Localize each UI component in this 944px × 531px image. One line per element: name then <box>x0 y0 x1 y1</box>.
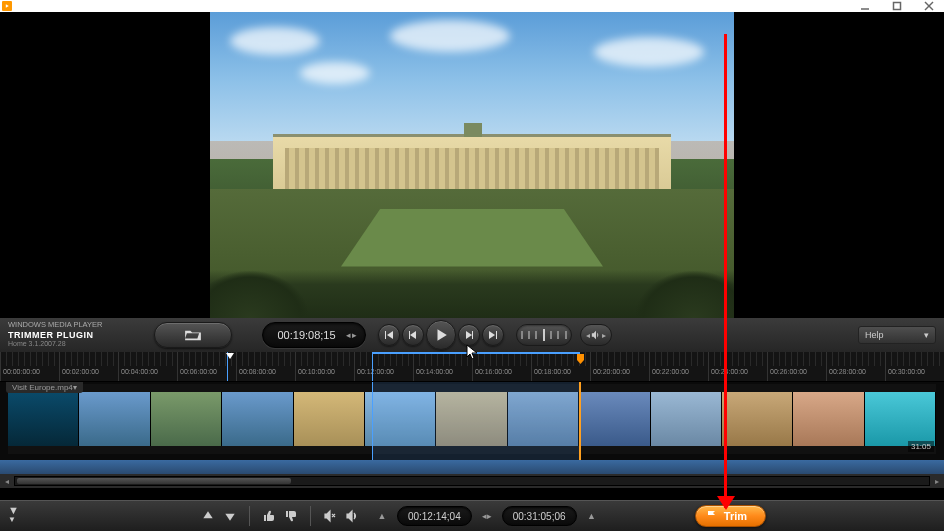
window-close-button[interactable] <box>922 1 936 11</box>
scrollbar-thumb[interactable] <box>17 478 291 484</box>
thumbnail <box>8 392 79 446</box>
svg-rect-1 <box>894 3 901 10</box>
ruler-tick: 00:12:00:00 <box>354 352 413 381</box>
out-point-line[interactable] <box>580 382 581 460</box>
marker-up-button[interactable] <box>199 507 217 525</box>
player-control-bar: WINDOWS MEDIA PLAYER TRIMMER PLUGIN Home… <box>0 318 944 352</box>
in-point-timecode[interactable]: 00:12:14;04 <box>397 506 472 526</box>
selection-range-indicator <box>372 352 580 354</box>
flag-icon <box>706 510 718 522</box>
video-preview-area <box>0 12 944 318</box>
in-point-marker[interactable] <box>372 352 373 381</box>
clip-filename-tab[interactable]: Visit Europe.mp4▾ <box>6 382 83 393</box>
thumbnail <box>151 392 222 446</box>
ruler-tick: 00:02:00:00 <box>59 352 118 381</box>
expand-panel-toggle[interactable]: ▼▼ <box>8 504 19 528</box>
mute-toggle-button[interactable] <box>321 507 339 525</box>
app-icon <box>2 1 12 11</box>
timecode-display[interactable]: 00:19:08;15 ◂ ▸ <box>262 322 365 348</box>
set-out-point-button[interactable]: ▲ <box>585 507 599 525</box>
trim-button[interactable]: Trim <box>695 505 766 527</box>
out-point-marker[interactable] <box>577 354 584 364</box>
clip-duration-label: 31:05 <box>908 441 934 452</box>
goto-start-button[interactable] <box>378 324 400 346</box>
timeline-ruler[interactable]: 00:00:00:00 00:02:00:00 00:04:00:00 00:0… <box>0 352 944 382</box>
audio-waveform-band <box>0 460 944 474</box>
footer-toolbar: ▼▼ ▲ 00:12:14;04 ◂▸ 00:31:05;06 ▲ Trim <box>0 500 944 531</box>
thumbnail <box>865 392 936 446</box>
ruler-tick: 00:26:00:00 <box>767 352 826 381</box>
thumbnail <box>222 392 293 446</box>
ruler-tick: 00:10:00:00 <box>295 352 354 381</box>
window-titlebar <box>0 0 944 12</box>
thumbs-down-button[interactable] <box>282 507 300 525</box>
scrollbar-track[interactable] <box>14 476 930 486</box>
chevron-down-icon: ▾ <box>924 330 929 340</box>
window-maximize-button[interactable] <box>890 1 904 11</box>
timeline-track[interactable]: Visit Europe.mp4▾ 31:05 <box>0 382 944 460</box>
thumbnail <box>294 392 365 446</box>
thumbnail <box>793 392 864 446</box>
plugin-title: WINDOWS MEDIA PLAYER TRIMMER PLUGIN Home… <box>8 321 102 348</box>
thumbnail <box>579 392 650 446</box>
window-minimize-button[interactable] <box>858 1 872 11</box>
play-button[interactable] <box>426 320 456 350</box>
ruler-tick: 00:28:00:00 <box>826 352 885 381</box>
selection-overlay[interactable] <box>372 382 580 460</box>
set-in-point-button[interactable]: ▲ <box>375 507 389 525</box>
out-point-timecode[interactable]: 00:31:05;06 <box>502 506 577 526</box>
ruler-tick: 00:08:00:00 <box>236 352 295 381</box>
step-back-button[interactable] <box>402 324 424 346</box>
help-dropdown[interactable]: Help ▾ <box>858 326 936 344</box>
ruler-tick: 00:30:00:00 <box>885 352 944 381</box>
frame-next-icon[interactable]: ▸ <box>352 330 357 340</box>
ruler-tick: 00:16:00:00 <box>472 352 531 381</box>
ruler-tick: 00:14:00:00 <box>413 352 472 381</box>
volume-button[interactable]: ◂ ▸ <box>580 324 612 346</box>
ruler-tick: 00:20:00:00 <box>590 352 649 381</box>
video-frame[interactable] <box>210 12 734 318</box>
in-nudge-button[interactable]: ◂▸ <box>480 507 494 525</box>
horizontal-scrollbar[interactable]: ◂ ▸ <box>0 474 944 488</box>
speed-slider[interactable] <box>516 324 572 346</box>
ruler-tick: 00:04:00:00 <box>118 352 177 381</box>
scroll-left-button[interactable]: ◂ <box>0 474 14 488</box>
thumbnail <box>722 392 793 446</box>
marker-down-button[interactable] <box>221 507 239 525</box>
ruler-tick: 00:24:00:00 <box>708 352 767 381</box>
open-file-button[interactable] <box>154 322 232 348</box>
scroll-right-button[interactable]: ▸ <box>930 474 944 488</box>
playhead-handle[interactable] <box>226 353 234 359</box>
ruler-tick: 00:22:00:00 <box>649 352 708 381</box>
audio-button[interactable] <box>343 507 361 525</box>
goto-end-button[interactable] <box>482 324 504 346</box>
thumbs-up-button[interactable] <box>260 507 278 525</box>
thumbnail <box>651 392 722 446</box>
ruler-tick: 00:00:00:00 <box>0 352 59 381</box>
step-forward-button[interactable] <box>458 324 480 346</box>
thumbnail <box>79 392 150 446</box>
frame-prev-icon[interactable]: ◂ <box>346 330 351 340</box>
